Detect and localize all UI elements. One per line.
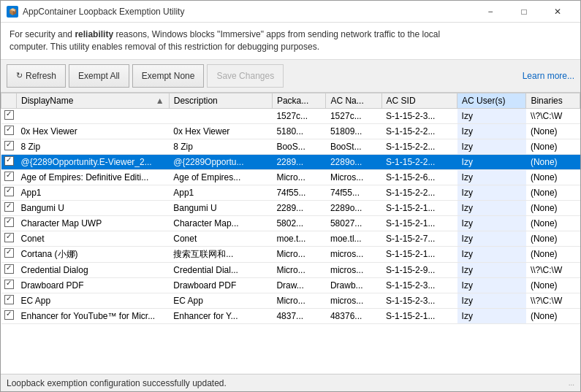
row-packa: 4837... xyxy=(272,308,326,323)
row-checkbox[interactable] xyxy=(4,156,14,166)
row-checkbox-cell[interactable] xyxy=(1,139,17,154)
table-row[interactable]: Drawboard PDFDrawboard PDFDraw...Drawb..… xyxy=(1,277,580,293)
row-checkbox[interactable] xyxy=(4,126,14,135)
info-text: For security and reliability reasons, Wi… xyxy=(10,29,440,52)
row-binaries: (None) xyxy=(526,154,580,169)
exempt-none-label: Exempt None xyxy=(142,71,195,81)
row-checkbox-cell[interactable] xyxy=(1,123,17,139)
row-name: Cortana (小娜) xyxy=(17,246,170,262)
row-checkbox[interactable] xyxy=(4,233,14,242)
row-desc: @{2289Opportu... xyxy=(169,154,272,169)
row-checkbox-cell[interactable] xyxy=(1,262,17,277)
row-packa: 74f55... xyxy=(272,185,326,200)
status-bar: Loopback exemption configuration success… xyxy=(1,374,580,391)
row-acsid: S-1-15-2-9... xyxy=(381,262,457,277)
row-checkbox-cell[interactable] xyxy=(1,277,17,293)
refresh-icon: ↻ xyxy=(16,71,23,80)
col-acuser[interactable]: AC User(s) xyxy=(457,93,526,108)
maximize-button[interactable]: □ xyxy=(507,1,541,23)
row-checkbox-cell[interactable] xyxy=(1,215,17,231)
row-packa: 5802... xyxy=(272,215,326,231)
table-row[interactable]: ConetConetmoe.t...moe.tl...S-1-15-2-7...… xyxy=(1,231,580,246)
row-checkbox[interactable] xyxy=(4,110,14,120)
table-row[interactable]: Credential DialogCredential Dial...Micro… xyxy=(1,262,580,277)
row-binaries: (None) xyxy=(526,231,580,246)
table-row[interactable]: 1527c...1527c...S-1-15-2-3...Izy\\?\C:\W xyxy=(1,108,580,123)
row-checkbox-cell[interactable] xyxy=(1,308,17,323)
row-checkbox[interactable] xyxy=(4,218,14,227)
row-acuser: Izy xyxy=(457,262,526,277)
row-name: Character Map UWP xyxy=(17,215,170,231)
row-packa: Micro... xyxy=(272,262,326,277)
row-checkbox-cell[interactable] xyxy=(1,200,17,215)
row-checkbox-cell[interactable] xyxy=(1,108,17,123)
row-acna: 48376... xyxy=(326,308,381,323)
table-row[interactable]: @{2289Opportunity.E-Viewer_2...@{2289Opp… xyxy=(1,154,580,169)
window-controls: − □ ✕ xyxy=(474,1,574,23)
table-row[interactable]: App1App174f55...74f55...S-1-15-2-2...Izy… xyxy=(1,185,580,200)
row-binaries: (None) xyxy=(526,139,580,154)
row-checkbox-cell[interactable] xyxy=(1,293,17,308)
row-acuser: Izy xyxy=(457,293,526,308)
row-checkbox[interactable] xyxy=(4,172,14,181)
row-checkbox[interactable] xyxy=(4,295,14,304)
exempt-all-button[interactable]: Exempt All xyxy=(69,64,129,88)
row-acsid: S-1-15-2-2... xyxy=(381,123,457,139)
row-checkbox[interactable] xyxy=(4,310,14,320)
row-checkbox[interactable] xyxy=(4,187,14,196)
row-packa: 2289... xyxy=(272,200,326,215)
row-checkbox[interactable] xyxy=(4,248,14,258)
col-displayname[interactable]: DisplayName ▲ xyxy=(17,93,170,108)
row-acsid: S-1-15-2-3... xyxy=(381,293,457,308)
row-acna: BooSt... xyxy=(326,139,381,154)
row-acna: moe.tl... xyxy=(326,231,381,246)
row-checkbox[interactable] xyxy=(4,280,14,289)
row-checkbox-cell[interactable] xyxy=(1,169,17,185)
row-checkbox[interactable] xyxy=(4,264,14,274)
close-button[interactable]: ✕ xyxy=(541,1,574,23)
col-packa[interactable]: Packa... xyxy=(272,93,326,108)
row-binaries: (None) xyxy=(526,200,580,215)
row-binaries: \\?\C:\W xyxy=(526,293,580,308)
refresh-label: Refresh xyxy=(26,71,56,81)
row-checkbox-cell[interactable] xyxy=(1,231,17,246)
row-name: Age of Empires: Definitive Editi... xyxy=(17,169,170,185)
minimize-button[interactable]: − xyxy=(474,1,507,23)
row-acuser: Izy xyxy=(457,123,526,139)
exempt-none-button[interactable]: Exempt None xyxy=(132,64,205,88)
save-changes-button[interactable]: Save Changes xyxy=(207,64,284,88)
scroll-indicator: ... xyxy=(569,379,574,387)
row-checkbox-cell[interactable] xyxy=(1,154,17,169)
table-row[interactable]: Cortana (小娜)搜索互联网和...Micro...micros...S-… xyxy=(1,246,580,262)
row-desc xyxy=(169,108,272,123)
table-row[interactable]: 8 Zip8 ZipBooS...BooSt...S-1-15-2-2...Iz… xyxy=(1,139,580,154)
row-binaries: (None) xyxy=(526,123,580,139)
col-description[interactable]: Description xyxy=(169,93,272,108)
row-checkbox[interactable] xyxy=(4,202,14,212)
col-binaries[interactable]: Binaries xyxy=(526,93,580,108)
row-packa: 1527c... xyxy=(272,108,326,123)
col-acsid[interactable]: AC SID xyxy=(381,93,457,108)
row-name: Drawboard PDF xyxy=(17,277,170,293)
table-row[interactable]: Character Map UWPCharacter Map...5802...… xyxy=(1,215,580,231)
row-checkbox-cell[interactable] xyxy=(1,246,17,262)
col-acna[interactable]: AC Na... xyxy=(326,93,381,108)
row-checkbox-cell[interactable] xyxy=(1,185,17,200)
row-acuser: Izy xyxy=(457,277,526,293)
table-row[interactable]: Age of Empires: Definitive Editi...Age o… xyxy=(1,169,580,185)
table-row[interactable]: Enhancer for YouTube™ for Micr...Enhance… xyxy=(1,308,580,323)
table-row[interactable]: Bangumi UBangumi U2289...2289o...S-1-15-… xyxy=(1,200,580,215)
row-acuser: Izy xyxy=(457,231,526,246)
table-row[interactable]: 0x Hex Viewer0x Hex Viewer5180...51809..… xyxy=(1,123,580,139)
row-acna: 58027... xyxy=(326,215,381,231)
row-acsid: S-1-15-2-2... xyxy=(381,154,457,169)
table-container[interactable]: DisplayName ▲ Description Packa... AC Na… xyxy=(1,93,580,374)
table-row[interactable]: EC AppEC AppMicro...micros...S-1-15-2-3.… xyxy=(1,293,580,308)
row-checkbox[interactable] xyxy=(4,141,14,150)
refresh-button[interactable]: ↻ Refresh xyxy=(7,64,66,88)
row-acna: micros... xyxy=(326,293,381,308)
row-acna: Drawb... xyxy=(326,277,381,293)
row-binaries: (None) xyxy=(526,308,580,323)
learn-more-link[interactable]: Learn more... xyxy=(523,71,574,81)
row-packa: 2289... xyxy=(272,154,326,169)
